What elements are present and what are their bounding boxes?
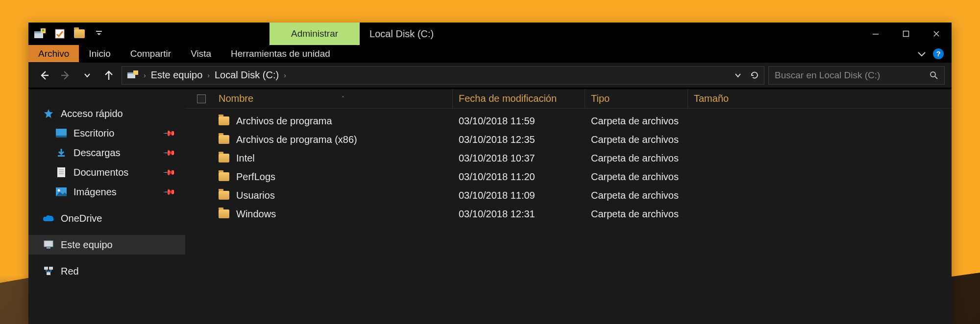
sidebar-this-pc[interactable]: Este equipo [28, 235, 185, 255]
folder-icon [219, 191, 229, 200]
pc-icon [42, 240, 55, 249]
folder-icon [219, 209, 229, 218]
maximize-button[interactable] [891, 23, 921, 45]
file-date: 03/10/2018 12:31 [453, 208, 585, 220]
title-bar: Administrar Local Disk (C:) [28, 23, 952, 45]
sidebar-quick-access[interactable]: Acceso rápido [28, 104, 185, 123]
file-row[interactable]: Windows03/10/2018 12:31Carpeta de archiv… [185, 205, 952, 223]
nav-back-button[interactable] [35, 67, 53, 84]
file-row[interactable]: PerfLogs03/10/2018 11:20Carpeta de archi… [185, 167, 952, 186]
column-header-type[interactable]: Tipo [585, 89, 688, 108]
sidebar-item-downloads[interactable]: Descargas 📌 [28, 143, 185, 162]
svg-rect-16 [56, 129, 67, 136]
pin-icon: 📌 [163, 146, 176, 160]
sidebar-onedrive[interactable]: OneDrive [28, 208, 185, 228]
svg-point-14 [931, 72, 935, 77]
pin-icon: 📌 [163, 126, 176, 140]
file-name: Usuarios [236, 190, 275, 201]
sidebar-item-label: Descargas [74, 147, 121, 159]
pin-icon: 📌 [163, 185, 176, 199]
ribbon-tab-home[interactable]: Inicio [79, 45, 120, 62]
refresh-icon[interactable] [750, 71, 759, 80]
file-date: 03/10/2018 11:20 [453, 171, 585, 183]
svg-rect-18 [58, 155, 65, 157]
breadcrumb-sep-icon: › [284, 71, 286, 79]
column-label: Tamaño [694, 93, 729, 104]
folder-icon [219, 135, 229, 144]
svg-rect-13 [133, 70, 138, 75]
column-label: Fecha de modificación [459, 93, 557, 104]
sidebar-item-label: OneDrive [61, 213, 102, 224]
star-icon [42, 109, 55, 118]
ribbon-tab-label: Vista [191, 48, 211, 59]
breadcrumb-this-pc[interactable]: Este equipo [151, 69, 203, 81]
explorer-window: Administrar Local Disk (C:) Archivo Inic… [28, 23, 952, 324]
search-box[interactable]: Buscar en Local Disk (C:) [768, 66, 945, 85]
file-row[interactable]: Usuarios03/10/2018 11:09Carpeta de archi… [185, 186, 952, 205]
nav-forward-button[interactable] [57, 67, 74, 84]
column-header-date[interactable]: Fecha de modificación [453, 89, 585, 108]
svg-line-15 [935, 76, 937, 79]
file-name: Archivos de programa [236, 116, 332, 127]
svg-point-24 [58, 189, 60, 192]
column-label: Tipo [591, 93, 610, 104]
search-placeholder: Buscar en Local Disk (C:) [775, 70, 925, 81]
file-date: 03/10/2018 11:59 [453, 116, 585, 127]
ribbon-tab-view[interactable]: Vista [181, 45, 221, 62]
folder-icon [219, 154, 229, 162]
svg-rect-4 [55, 29, 64, 38]
navigation-pane: Acceso rápido Escritorio 📌 Descargas 📌 [28, 89, 185, 324]
file-row[interactable]: Intel03/10/2018 10:37Carpeta de archivos [185, 149, 952, 167]
ribbon-tab-share[interactable]: Compartir [121, 45, 181, 62]
new-folder-icon[interactable] [73, 28, 86, 40]
column-label: Nombre [219, 93, 253, 104]
sidebar-network[interactable]: Red [28, 261, 185, 281]
ribbon-tab-drive-tools[interactable]: Herramientas de unidad [221, 45, 340, 62]
ribbon-tab-label: Inicio [89, 48, 110, 59]
column-header-size[interactable]: Tamaño [688, 89, 776, 108]
svg-rect-26 [47, 247, 50, 249]
breadcrumb-local-disk[interactable]: Local Disk (C:) [215, 69, 279, 81]
sidebar-item-desktop[interactable]: Escritorio 📌 [28, 123, 185, 143]
close-button[interactable] [921, 23, 952, 45]
nav-up-button[interactable] [100, 67, 118, 84]
address-dropdown-icon[interactable] [735, 72, 741, 79]
window-title-text: Local Disk (C:) [369, 28, 434, 40]
column-header-name[interactable]: Nombre ˄ [213, 89, 453, 108]
file-row[interactable]: Archivos de programa (x86)03/10/2018 12:… [185, 130, 952, 149]
nav-history-dropdown[interactable] [78, 67, 96, 84]
svg-rect-17 [56, 136, 67, 138]
file-type: Carpeta de archivos [585, 190, 688, 201]
svg-rect-28 [49, 267, 53, 270]
ribbon-collapse-icon[interactable] [917, 51, 926, 57]
file-type: Carpeta de archivos [585, 208, 688, 220]
breadcrumb-sep-icon: › [207, 71, 210, 79]
network-icon [42, 266, 55, 276]
ribbon-tab-file-label: Archivo [38, 48, 69, 59]
window-title: Local Disk (C:) [360, 23, 434, 45]
properties-icon[interactable] [53, 28, 67, 40]
folder-icon [219, 172, 229, 181]
quick-access-toolbar [28, 23, 113, 45]
svg-rect-3 [42, 29, 44, 31]
sidebar-item-pictures[interactable]: Imágenes 📌 [28, 182, 185, 202]
download-icon [55, 148, 68, 158]
ribbon-tab-label: Herramientas de unidad [231, 48, 330, 59]
minimize-button[interactable] [860, 23, 891, 45]
help-icon[interactable]: ? [933, 48, 944, 59]
ribbon-context-tab-manage[interactable]: Administrar [270, 23, 360, 45]
context-tab-label: Administrar [291, 28, 338, 39]
qat-dropdown-icon[interactable] [92, 28, 106, 40]
sidebar-item-label: Red [61, 266, 79, 277]
sidebar-item-documents[interactable]: Documentos 📌 [28, 162, 185, 182]
ribbon-tab-file[interactable]: Archivo [28, 45, 79, 62]
pictures-icon [55, 187, 68, 196]
column-select-all[interactable] [190, 89, 213, 108]
checkbox-icon [197, 94, 206, 103]
file-date: 03/10/2018 10:37 [453, 153, 585, 164]
file-row[interactable]: Archivos de programa03/10/2018 11:59Carp… [185, 112, 952, 130]
desktop-icon [55, 129, 68, 138]
folder-icon [219, 116, 229, 125]
address-bar[interactable]: › Este equipo › Local Disk (C:) › [122, 66, 764, 85]
system-icon[interactable] [33, 28, 47, 40]
